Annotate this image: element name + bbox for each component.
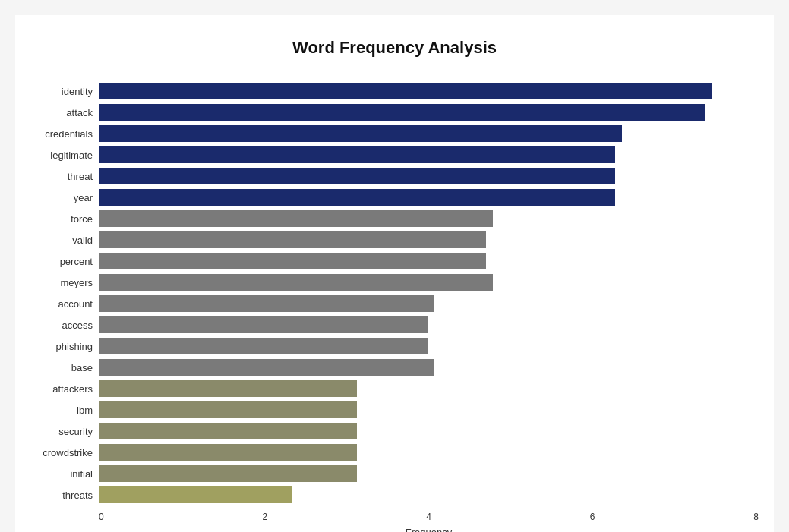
- bar-row: [99, 463, 759, 484]
- x-axis-area: 02468 Frequency: [99, 512, 759, 532]
- y-label: identity: [62, 80, 93, 102]
- bar: [99, 359, 434, 376]
- y-label: crowdstrike: [43, 442, 93, 463]
- bar: [99, 125, 622, 142]
- bar-row: [99, 314, 759, 335]
- chart-area: identityattackcredentialslegitimatethrea…: [30, 80, 759, 505]
- y-label: threat: [68, 165, 93, 187]
- bar-row: [99, 484, 759, 505]
- x-tick: 6: [590, 512, 595, 522]
- y-label: force: [71, 208, 93, 229]
- bar: [99, 231, 486, 248]
- bar-row: [99, 123, 759, 144]
- bar-row: [99, 293, 759, 314]
- bar-row: [99, 229, 759, 250]
- bar: [99, 210, 493, 227]
- bar-row: [99, 378, 759, 399]
- y-axis: identityattackcredentialslegitimatethrea…: [30, 80, 99, 505]
- bar: [99, 146, 615, 163]
- bar: [99, 401, 357, 418]
- bar: [99, 253, 486, 269]
- x-axis-label: Frequency: [99, 527, 759, 532]
- y-label: account: [58, 293, 93, 314]
- bar-row: [99, 80, 759, 102]
- y-label: access: [62, 314, 93, 335]
- bar: [99, 444, 357, 461]
- bar: [99, 168, 615, 184]
- bar: [99, 423, 357, 439]
- y-label: attackers: [52, 378, 93, 399]
- bar: [99, 486, 292, 503]
- y-label: ibm: [77, 399, 93, 420]
- bar-row: [99, 420, 759, 442]
- bar: [99, 189, 615, 206]
- x-ticks: 02468: [99, 512, 759, 522]
- y-label: threats: [62, 484, 93, 505]
- bar-row: [99, 187, 759, 208]
- chart-title: Word Frequency Analysis: [30, 38, 759, 58]
- bar: [99, 380, 357, 397]
- bar-row: [99, 102, 759, 123]
- bar-row: [99, 442, 759, 463]
- y-label: percent: [60, 250, 93, 272]
- chart-container: Word Frequency Analysis identityattackcr…: [15, 15, 774, 532]
- bar-row: [99, 272, 759, 293]
- x-tick: 0: [99, 512, 104, 522]
- bar-row: [99, 250, 759, 272]
- y-label: base: [71, 357, 93, 378]
- y-label: legitimate: [50, 144, 93, 165]
- bar: [99, 295, 434, 312]
- bar-row: [99, 357, 759, 378]
- y-label: year: [74, 187, 93, 208]
- bar: [99, 338, 428, 354]
- y-label: attack: [66, 102, 93, 123]
- bar-row: [99, 399, 759, 420]
- x-tick: 2: [263, 512, 268, 522]
- bars-section: [99, 80, 759, 505]
- x-tick: 8: [753, 512, 759, 522]
- bar-row: [99, 165, 759, 187]
- bar-row: [99, 144, 759, 165]
- y-label: security: [58, 420, 93, 442]
- bar-row: [99, 335, 759, 357]
- bar: [99, 104, 705, 121]
- y-label: initial: [70, 463, 93, 484]
- bar: [99, 274, 493, 291]
- y-label: credentials: [45, 123, 93, 144]
- y-label: phishing: [56, 335, 93, 357]
- bar: [99, 83, 712, 99]
- bar: [99, 465, 357, 482]
- x-tick: 4: [426, 512, 431, 522]
- bar: [99, 316, 428, 333]
- y-label: meyers: [60, 272, 93, 293]
- y-label: valid: [72, 229, 93, 250]
- bar-row: [99, 208, 759, 229]
